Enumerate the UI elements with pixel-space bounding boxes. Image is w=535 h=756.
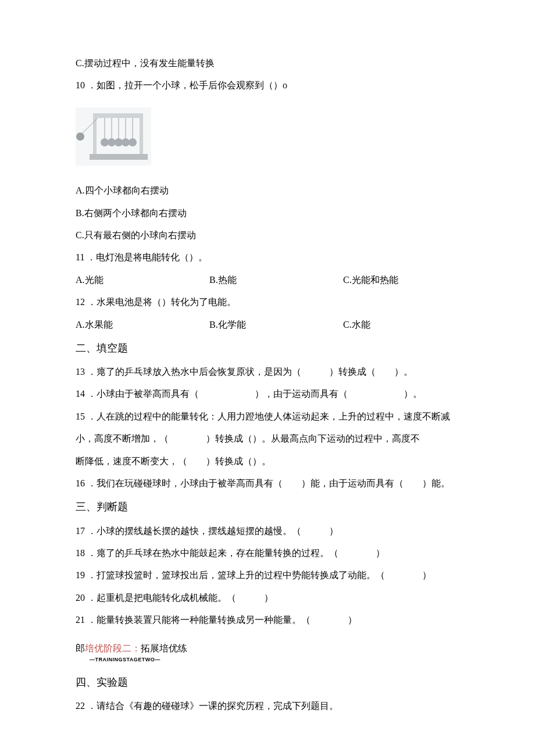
section-experiment-heading: 四、实验题 <box>76 670 459 695</box>
svg-point-15 <box>129 138 137 146</box>
stage-suffix: 拓展培优练 <box>141 643 187 653</box>
q11-options: A.光能 B.热能 C.光能和热能 <box>76 269 459 291</box>
stage-label: 培优阶段二： <box>85 643 141 653</box>
q9-option-c: C.摆动过程中，没有发生能量转换 <box>76 52 459 74</box>
q15-line-1: 15 ．人在跳的过程中的能量转化：人用力蹬地使人体运动起来，上升的过程中，速度不… <box>76 406 459 428</box>
section-judge-heading: 三、判断题 <box>76 495 459 519</box>
svg-rect-4 <box>90 154 148 160</box>
q12-stem: 12 ．水果电池是将（）转化为了电能。 <box>76 291 459 313</box>
q15-line-2: 小，高度不断增加，（ ）转换成（）。从最高点向下运动的过程中，高度不 <box>76 428 459 450</box>
section-fill-heading: 二、填空题 <box>76 336 459 361</box>
q17: 17 ．小球的摆线越长摆的越快，摆线越短摆的越慢。（ ） <box>76 520 459 542</box>
q20: 20 ．起重机是把电能转化成机械能。（ ） <box>76 587 459 609</box>
q11-stem: 11 ．电灯泡是将电能转化（）。 <box>76 246 459 268</box>
q11-option-b: B.热能 <box>209 269 343 291</box>
q14: 14 ．小球由于被举高而具有（ ），由于运动而具有（ ）。 <box>76 383 459 405</box>
q10-option-b: B.右侧两个小球都向右摆动 <box>76 202 459 224</box>
q12-options: A.水果能 B.化学能 C.水能 <box>76 314 459 336</box>
svg-point-14 <box>122 138 130 146</box>
q10-option-a: A.四个小球都向右摆动 <box>76 180 459 202</box>
training-stage-sub: —TRAININGSTAGETWO— <box>90 654 459 667</box>
stage-prefix: 郎 <box>76 643 85 653</box>
q18: 18 ．瘪了的乒乓球在热水中能鼓起来，存在能量转换的过程。（ ） <box>76 542 459 564</box>
q13: 13 ．瘪了的乒乓球放入热水中后会恢复原状，是因为（ ）转换成（ ）。 <box>76 361 459 383</box>
q19: 19 ．打篮球投篮时，篮球投出后，篮球上升的过程中势能转换成了动能。（ ） <box>76 564 459 586</box>
q16: 16 ．我们在玩碰碰球时，小球由于被举高而具有（ ）能，由于运动而具有（ ）能。 <box>76 472 459 495</box>
svg-point-16 <box>76 132 84 141</box>
svg-point-13 <box>115 138 123 146</box>
q15-line-3: 断降低，速度不断变大，（ ）转换成（）。 <box>76 450 459 472</box>
svg-point-12 <box>108 138 116 146</box>
q21: 21 ．能量转换装置只能将一种能量转换成另一种能量。（ ） <box>76 609 459 631</box>
q12-option-b: B.化学能 <box>209 314 343 336</box>
q11-option-a: A.光能 <box>76 269 209 291</box>
svg-rect-1 <box>93 113 143 118</box>
newtons-cradle-figure <box>76 108 459 174</box>
q22: 22 ．请结合《有趣的碰碰球》一课的探究历程，完成下列题目。 <box>76 695 459 717</box>
q12-option-c: C.水能 <box>343 314 459 336</box>
q10-stem: 10 ．如图，拉开一个小球，松手后你会观察到（）o <box>76 74 459 96</box>
svg-rect-2 <box>93 118 97 154</box>
q11-option-c: C.光能和热能 <box>343 269 459 291</box>
svg-point-11 <box>101 138 109 146</box>
q10-option-c: C.只有最右侧的小球向右摆动 <box>76 224 459 246</box>
q12-option-a: A.水果能 <box>76 314 209 336</box>
svg-rect-3 <box>140 118 143 154</box>
